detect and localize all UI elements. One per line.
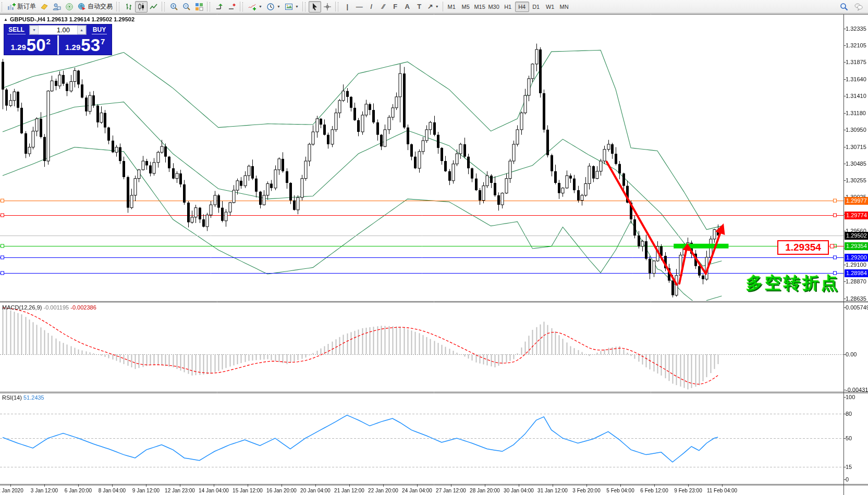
- time-axis-label[interactable]: 24 Jan 04:00: [402, 488, 432, 493]
- dropdown-caret-icon[interactable]: ▼: [295, 5, 299, 8]
- profile-blue-icon: [53, 3, 61, 11]
- time-axis-label[interactable]: 30 Jan 04:00: [504, 488, 534, 493]
- collapse-panel-icon[interactable]: ▲: [4, 17, 8, 22]
- timeframe-m1-button[interactable]: M1: [445, 2, 459, 12]
- sell-price-pip: 2: [46, 37, 51, 46]
- volume-stepper: ▼ 1.00 ▲: [29, 25, 87, 35]
- data-window-button[interactable]: [51, 1, 63, 13]
- time-axis-label[interactable]: 6 Jan 20:00: [65, 488, 92, 493]
- time-axis-label[interactable]: 14 Jan 04:00: [199, 488, 229, 493]
- time-axis-label[interactable]: 9 Jan 12:00: [132, 488, 160, 493]
- periods-button[interactable]: ▼: [264, 1, 283, 13]
- cursor-button[interactable]: [309, 1, 321, 13]
- time-axis-label[interactable]: 5 Feb 04:00: [606, 488, 634, 493]
- buy-price-button[interactable]: 1.29 53 7: [59, 35, 112, 55]
- chart-canvas[interactable]: [0, 0, 868, 495]
- fibonacci-button[interactable]: F: [389, 1, 401, 13]
- chart-shift-button[interactable]: [226, 1, 238, 13]
- sell-price-big: 50: [27, 38, 46, 53]
- rsi-axis-tick: 100: [846, 394, 855, 400]
- trendline-button[interactable]: /: [365, 1, 377, 13]
- zoom-in-button[interactable]: [168, 1, 180, 13]
- time-axis-label[interactable]: 31 Jan 12:00: [537, 488, 568, 493]
- channel-button[interactable]: ⁄⁄: [377, 1, 389, 13]
- dropdown-caret-icon[interactable]: ▼: [277, 5, 280, 8]
- vertical-line-button[interactable]: |: [341, 1, 353, 13]
- sell-button[interactable]: SELL: [4, 24, 29, 35]
- buy-price-big: 53: [81, 38, 100, 53]
- time-axis-label[interactable]: 21 Jan 12:00: [334, 488, 364, 493]
- dropdown-caret-icon[interactable]: ▼: [435, 5, 439, 8]
- timeframe-mn-button[interactable]: MN: [557, 2, 571, 12]
- timeframe-m30-button[interactable]: M30: [487, 2, 501, 12]
- buy-price-prefix: 1.29: [65, 43, 80, 52]
- timeframe-w1-button[interactable]: W1: [543, 2, 557, 12]
- turning-point-annotation[interactable]: 多空转折点: [743, 272, 840, 295]
- time-axis-label[interactable]: 28 Jan 20:00: [470, 488, 500, 493]
- timeframe-m15-button[interactable]: M15: [473, 2, 487, 12]
- vertical-line-button-glyph: |: [346, 3, 348, 10]
- bar-chart-button[interactable]: [123, 1, 135, 13]
- arrows-button[interactable]: ↗▼: [425, 1, 441, 13]
- buy-button[interactable]: BUY: [87, 24, 112, 35]
- volume-down-button[interactable]: ▼: [30, 26, 39, 34]
- price-axis-tick: 1.29100: [846, 262, 866, 268]
- chat-button[interactable]: [852, 1, 865, 13]
- toolbar-grip: [2, 2, 4, 11]
- time-axis-label[interactable]: 2 Jan 2020: [0, 488, 23, 493]
- price-axis-tick: 1.30485: [846, 160, 866, 167]
- arrows-button-glyph: ↗: [427, 3, 433, 10]
- autotrading-button[interactable]: 自动交易: [76, 1, 115, 13]
- indicators-button[interactable]: ▼: [246, 1, 264, 13]
- time-axis-label[interactable]: 12 Jan 23:00: [165, 488, 195, 493]
- new-order-button[interactable]: 新订单: [5, 1, 38, 13]
- text-button-glyph: A: [405, 3, 410, 10]
- timeframe-h4-button[interactable]: H4: [515, 2, 529, 12]
- volume-input[interactable]: 1.00: [39, 26, 77, 34]
- dropdown-caret-icon[interactable]: ▼: [259, 5, 262, 8]
- toolbar-separator: [162, 2, 162, 11]
- candlestick-chart-button[interactable]: [135, 1, 148, 13]
- time-axis-label[interactable]: 9 Feb 23:00: [674, 488, 702, 493]
- timeframe-d1-button[interactable]: D1: [529, 2, 543, 12]
- search-button[interactable]: [838, 1, 850, 13]
- time-axis-label[interactable]: 20 Jan 04:00: [300, 488, 331, 493]
- tiles-icon: [195, 3, 203, 11]
- cursor-icon: [311, 3, 319, 11]
- time-axis-label[interactable]: 11 Feb 04:00: [707, 488, 737, 493]
- zoom-out-icon: [182, 3, 191, 11]
- timeframe-m5-button[interactable]: M5: [459, 2, 473, 12]
- price-axis-tick: 1.30715: [846, 144, 866, 150]
- auto-scroll-button[interactable]: [213, 1, 226, 13]
- time-axis-label[interactable]: 22 Jan 20:00: [368, 488, 398, 493]
- zoom-out-button[interactable]: [180, 1, 193, 13]
- candles-icon: [137, 3, 145, 11]
- chart-title: ▲ GBPUSD-,H4 1.29613 1.29614 1.29502 1.2…: [4, 16, 135, 22]
- time-axis-label[interactable]: 3 Feb 20:00: [572, 488, 600, 493]
- text-button[interactable]: A: [401, 1, 413, 13]
- horizontal-line-button[interactable]: —: [353, 1, 365, 13]
- time-axis-label[interactable]: 15 Jan 12:00: [233, 488, 263, 493]
- time-axis-label[interactable]: 3 Jan 12:00: [31, 488, 58, 493]
- volume-up-button[interactable]: ▲: [77, 26, 86, 34]
- rsi-axis-tick: 80: [846, 411, 852, 417]
- crosshair-button[interactable]: [321, 1, 334, 13]
- sell-price-button[interactable]: 1.29 50 2: [4, 35, 57, 55]
- text-label-button[interactable]: T: [413, 1, 425, 13]
- time-axis-label[interactable]: 6 Feb 12:00: [640, 488, 668, 493]
- line-chart-button[interactable]: [148, 1, 160, 13]
- time-axis-label[interactable]: 8 Jan 04:00: [99, 488, 126, 493]
- templates-button[interactable]: ▼: [283, 1, 301, 13]
- price-level-tag[interactable]: 1.29354: [777, 240, 829, 255]
- price-axis-tick: 1.28870: [846, 278, 866, 284]
- market-watch-button[interactable]: [38, 1, 51, 13]
- tile-windows-button[interactable]: [193, 1, 205, 13]
- macd-axis-tick: -0.004319: [846, 387, 868, 393]
- time-axis-label[interactable]: 16 Jan 20:00: [266, 488, 297, 493]
- timeframe-h1-button[interactable]: H1: [501, 2, 515, 12]
- price-axis-tick: 1.31180: [846, 110, 866, 116]
- time-axis-label[interactable]: 27 Jan 12:00: [436, 488, 466, 493]
- toolbar-grip: [210, 2, 212, 11]
- macd-axis-tick: 0.00: [846, 351, 857, 357]
- signals-button[interactable]: [63, 1, 76, 13]
